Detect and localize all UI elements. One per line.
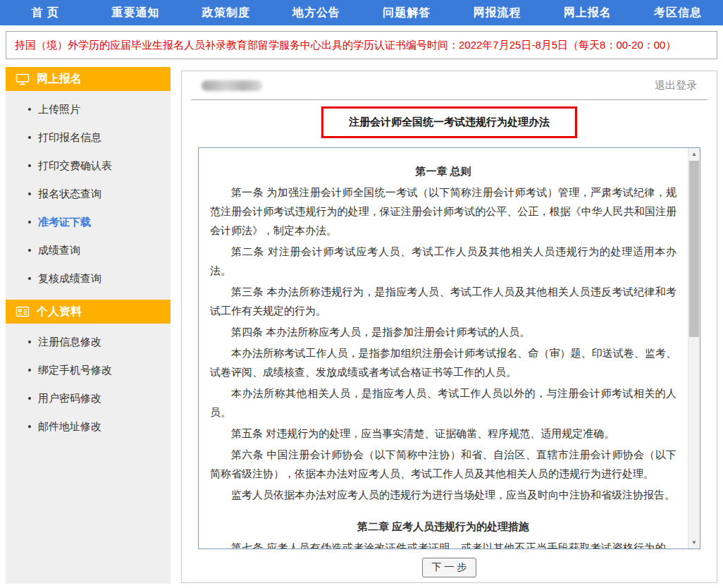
sidebar-item-print-registration-info[interactable]: 打印报名信息 bbox=[6, 123, 171, 152]
sidebar-item-label: 注册信息修改 bbox=[38, 336, 101, 349]
sidebar-item-label: 打印报名信息 bbox=[38, 131, 101, 145]
bullet-icon bbox=[28, 249, 31, 252]
sidebar-section-title: 个人资料 bbox=[37, 305, 82, 319]
doc-paragraph: 第二条 对注册会计师考试应考人员、考试工作人员及其他相关人员违规行为的处理适用本… bbox=[210, 242, 676, 280]
bullet-icon bbox=[28, 164, 31, 167]
next-button-row: 下 一 步 bbox=[182, 558, 717, 577]
sidebar-item-bound-phone-edit[interactable]: 绑定手机号修改 bbox=[6, 356, 171, 384]
sidebar-item-admission-ticket-download[interactable]: 准考证下载 bbox=[6, 208, 171, 236]
doc-paragraph: 第四条 本办法所称应考人员，是指参加注册会计师考试的人员。 bbox=[210, 322, 676, 341]
sidebar-items-group: 注册信息修改 绑定手机号修改 用户密码修改 邮件地址修改 bbox=[6, 324, 171, 448]
scrollbar[interactable]: ▲ ▼ bbox=[688, 148, 700, 549]
doc-heading-chapter2: 第二章 应考人员违规行为的处理措施 bbox=[210, 517, 676, 536]
sidebar-section-online-registration: 网上报名 bbox=[6, 67, 171, 91]
top-nav: 首 页 重要通知 政策制度 地方公告 问题解答 网报流程 网上报名 考区信息 bbox=[0, 0, 723, 25]
sidebar-item-label: 报名状态查询 bbox=[38, 188, 101, 201]
nav-item-registration-process[interactable]: 网报流程 bbox=[452, 0, 542, 25]
next-step-button[interactable]: 下 一 步 bbox=[422, 558, 477, 577]
nav-item-online-registration[interactable]: 网上报名 bbox=[543, 0, 633, 25]
nav-item-local-announcements[interactable]: 地方公告 bbox=[271, 0, 362, 25]
page-title: 注册会计师全国统一考试违规行为处理办法 bbox=[321, 106, 577, 138]
scrollbar-thumb[interactable] bbox=[689, 161, 699, 337]
nav-item-faq[interactable]: 问题解答 bbox=[362, 0, 452, 25]
scrollbar-up-icon[interactable]: ▲ bbox=[688, 148, 700, 160]
scrollbar-down-icon[interactable]: ▼ bbox=[688, 537, 700, 549]
document-box: 第一章 总则 第一条 为加强注册会计师全国统一考试（以下简称注册会计师考试）管理… bbox=[198, 147, 700, 549]
doc-paragraph: 本办法所称其他相关人员，是指应考人员、考试工作人员以外的，与注册会计师考试相关的… bbox=[210, 384, 676, 422]
sidebar-item-label: 成绩查询 bbox=[38, 244, 80, 257]
bullet-icon bbox=[28, 425, 31, 428]
doc-heading-chapter1: 第一章 总则 bbox=[210, 161, 676, 180]
sidebar-item-label: 复核成绩查询 bbox=[38, 272, 101, 286]
sidebar-item-score-review-query[interactable]: 复核成绩查询 bbox=[6, 264, 171, 293]
sidebar-item-registration-info-edit[interactable]: 注册信息修改 bbox=[6, 328, 171, 356]
monitor-icon bbox=[16, 73, 30, 85]
nav-item-policies[interactable]: 政策制度 bbox=[181, 0, 271, 25]
nav-item-home[interactable]: 首 页 bbox=[0, 0, 90, 25]
sidebar-item-label: 上传照片 bbox=[38, 103, 80, 116]
document-content: 第一章 总则 第一条 为加强注册会计师全国统一考试（以下简称注册会计师考试）管理… bbox=[199, 148, 688, 549]
main-header: 退出登录 bbox=[182, 71, 717, 99]
doc-paragraph: 第六条 中国注册会计师协会（以下简称中注协）和省、自治区、直辖市注册会计师协会（… bbox=[210, 445, 676, 483]
sidebar-section-title: 网上报名 bbox=[37, 72, 82, 87]
sidebar-item-upload-photo[interactable]: 上传照片 bbox=[6, 95, 171, 123]
bullet-icon bbox=[28, 369, 31, 372]
sidebar-item-password-edit[interactable]: 用户密码修改 bbox=[6, 384, 171, 412]
username-redacted bbox=[202, 80, 262, 91]
id-card-icon bbox=[16, 306, 30, 317]
nav-item-important-notices[interactable]: 重要通知 bbox=[90, 0, 180, 25]
sidebar-item-label: 打印交费确认表 bbox=[38, 159, 112, 173]
bullet-icon bbox=[28, 397, 31, 400]
doc-paragraph: 第五条 对违规行为的处理，应当事实清楚、证据确凿、程序规范、适用规定准确。 bbox=[210, 424, 676, 443]
sidebar-item-registration-status-query[interactable]: 报名状态查询 bbox=[6, 180, 171, 208]
logout-link[interactable]: 退出登录 bbox=[655, 79, 697, 92]
header-divider bbox=[191, 99, 707, 100]
bullet-icon bbox=[28, 277, 31, 280]
sidebar-items-group: 上传照片 打印报名信息 打印交费确认表 报名状态查询 准考证下载 成绩查询 复核… bbox=[6, 91, 171, 300]
notice-text: 持国（境）外学历的应届毕业生报名人员补录教育部留学服务中心出具的学历认证书编号时… bbox=[15, 39, 676, 52]
nav-item-exam-area-info[interactable]: 考区信息 bbox=[633, 0, 723, 25]
sidebar-item-print-payment-confirmation[interactable]: 打印交费确认表 bbox=[6, 152, 171, 180]
bullet-icon bbox=[28, 221, 31, 223]
notice-bar: 持国（境）外学历的应届毕业生报名人员补录教育部留学服务中心出具的学历认证书编号时… bbox=[6, 31, 717, 59]
doc-paragraph: 第三条 本办法所称违规行为，是指应考人员、考试工作人员及其他相关人员违反考试纪律… bbox=[210, 282, 676, 320]
doc-paragraph: 第七条 应考人员有伪造或者涂改证件或者证明，或者以其他不正当手段获取考试资格行为… bbox=[210, 538, 676, 549]
bullet-icon bbox=[28, 192, 31, 195]
sidebar-item-score-query[interactable]: 成绩查询 bbox=[6, 236, 171, 264]
bullet-icon bbox=[28, 108, 31, 111]
doc-paragraph: 第一条 为加强注册会计师全国统一考试（以下简称注册会计师考试）管理，严肃考试纪律… bbox=[210, 183, 676, 240]
doc-paragraph: 监考人员依据本办法对应考人员的违规行为进行当场处理，应当及时向中注协和省级注协报… bbox=[210, 485, 676, 504]
sidebar-item-label: 绑定手机号修改 bbox=[38, 364, 112, 377]
sidebar-item-label: 用户密码修改 bbox=[38, 392, 101, 405]
sidebar: 网上报名 上传照片 打印报名信息 打印交费确认表 报名状态查询 准考证下载 成绩… bbox=[6, 67, 171, 584]
sidebar-item-email-edit[interactable]: 邮件地址修改 bbox=[6, 412, 171, 441]
main-panel: 退出登录 注册会计师全国统一考试违规行为处理办法 第一章 总则 第一条 为加强注… bbox=[181, 71, 717, 583]
sidebar-item-label: 准考证下载 bbox=[38, 216, 91, 229]
bullet-icon bbox=[28, 136, 31, 139]
sidebar-section-personal-info: 个人资料 bbox=[6, 300, 171, 324]
bullet-icon bbox=[28, 341, 31, 343]
sidebar-item-label: 邮件地址修改 bbox=[38, 420, 101, 434]
doc-paragraph: 本办法所称考试工作人员，是指参加组织注册会计师考试报名、命（审）题、印送试卷、监… bbox=[210, 343, 676, 381]
